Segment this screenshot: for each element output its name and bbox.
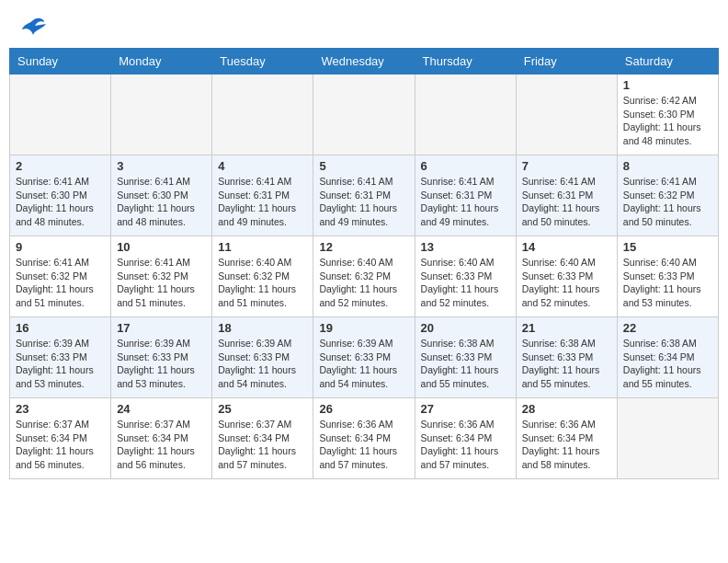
day-cell <box>415 75 516 155</box>
day-cell: 4Sunrise: 6:41 AMSunset: 6:31 PMDaylight… <box>212 155 313 236</box>
day-cell: 26Sunrise: 6:36 AMSunset: 6:34 PMDayligh… <box>313 398 415 479</box>
day-number: 25 <box>218 402 307 416</box>
day-info: Sunrise: 6:38 AMSunset: 6:34 PMDaylight:… <box>623 337 712 391</box>
day-number: 15 <box>623 240 712 254</box>
day-info: Sunrise: 6:41 AMSunset: 6:30 PMDaylight:… <box>117 175 206 229</box>
day-info: Sunrise: 6:37 AMSunset: 6:34 PMDaylight:… <box>218 418 307 472</box>
day-number: 5 <box>319 159 408 173</box>
day-number: 4 <box>218 159 307 173</box>
day-info: Sunrise: 6:40 AMSunset: 6:32 PMDaylight:… <box>218 256 307 310</box>
day-number: 26 <box>319 402 408 416</box>
day-info: Sunrise: 6:37 AMSunset: 6:34 PMDaylight:… <box>117 418 206 472</box>
day-number: 11 <box>218 240 307 254</box>
week-row-5: 23Sunrise: 6:37 AMSunset: 6:34 PMDayligh… <box>10 398 719 479</box>
weekday-thursday: Thursday <box>415 49 516 75</box>
week-row-3: 9Sunrise: 6:41 AMSunset: 6:32 PMDaylight… <box>10 236 719 317</box>
day-info: Sunrise: 6:40 AMSunset: 6:33 PMDaylight:… <box>421 256 510 310</box>
day-number: 1 <box>623 78 712 92</box>
day-number: 28 <box>522 402 611 416</box>
day-info: Sunrise: 6:38 AMSunset: 6:33 PMDaylight:… <box>421 337 510 391</box>
day-cell <box>516 75 617 155</box>
weekday-tuesday: Tuesday <box>212 49 313 75</box>
page: SundayMondayTuesdayWednesdayThursdayFrid… <box>0 0 728 488</box>
day-number: 16 <box>16 321 105 335</box>
day-cell: 1Sunrise: 6:42 AMSunset: 6:30 PMDaylight… <box>617 75 718 155</box>
day-cell: 25Sunrise: 6:37 AMSunset: 6:34 PMDayligh… <box>212 398 313 479</box>
day-number: 20 <box>421 321 510 335</box>
day-number: 17 <box>117 321 206 335</box>
day-cell: 6Sunrise: 6:41 AMSunset: 6:31 PMDaylight… <box>415 155 516 236</box>
day-cell <box>617 398 718 479</box>
day-info: Sunrise: 6:41 AMSunset: 6:30 PMDaylight:… <box>16 175 105 229</box>
day-info: Sunrise: 6:41 AMSunset: 6:32 PMDaylight:… <box>623 175 712 229</box>
day-cell: 12Sunrise: 6:40 AMSunset: 6:32 PMDayligh… <box>313 236 415 317</box>
day-cell: 15Sunrise: 6:40 AMSunset: 6:33 PMDayligh… <box>617 236 718 317</box>
day-cell: 22Sunrise: 6:38 AMSunset: 6:34 PMDayligh… <box>617 317 718 398</box>
day-info: Sunrise: 6:36 AMSunset: 6:34 PMDaylight:… <box>319 418 408 472</box>
day-cell: 18Sunrise: 6:39 AMSunset: 6:33 PMDayligh… <box>212 317 313 398</box>
day-info: Sunrise: 6:36 AMSunset: 6:34 PMDaylight:… <box>522 418 611 472</box>
day-cell: 2Sunrise: 6:41 AMSunset: 6:30 PMDaylight… <box>10 155 111 236</box>
day-number: 13 <box>421 240 510 254</box>
day-cell: 10Sunrise: 6:41 AMSunset: 6:32 PMDayligh… <box>111 236 212 317</box>
day-cell: 16Sunrise: 6:39 AMSunset: 6:33 PMDayligh… <box>10 317 111 398</box>
week-row-4: 16Sunrise: 6:39 AMSunset: 6:33 PMDayligh… <box>10 317 719 398</box>
day-number: 12 <box>319 240 408 254</box>
day-cell: 20Sunrise: 6:38 AMSunset: 6:33 PMDayligh… <box>415 317 516 398</box>
logo-text <box>18 15 46 40</box>
day-cell: 21Sunrise: 6:38 AMSunset: 6:33 PMDayligh… <box>516 317 617 398</box>
header <box>0 0 728 48</box>
weekday-sunday: Sunday <box>10 49 111 75</box>
day-cell: 11Sunrise: 6:40 AMSunset: 6:32 PMDayligh… <box>212 236 313 317</box>
day-info: Sunrise: 6:41 AMSunset: 6:32 PMDaylight:… <box>117 256 206 310</box>
day-info: Sunrise: 6:39 AMSunset: 6:33 PMDaylight:… <box>117 337 206 391</box>
day-cell: 27Sunrise: 6:36 AMSunset: 6:34 PMDayligh… <box>415 398 516 479</box>
logo <box>18 15 46 40</box>
calendar-wrapper: SundayMondayTuesdayWednesdayThursdayFrid… <box>0 48 728 488</box>
day-cell: 13Sunrise: 6:40 AMSunset: 6:33 PMDayligh… <box>415 236 516 317</box>
day-cell: 19Sunrise: 6:39 AMSunset: 6:33 PMDayligh… <box>313 317 415 398</box>
day-info: Sunrise: 6:39 AMSunset: 6:33 PMDaylight:… <box>319 337 408 391</box>
weekday-saturday: Saturday <box>617 49 718 75</box>
day-info: Sunrise: 6:40 AMSunset: 6:33 PMDaylight:… <box>522 256 611 310</box>
day-info: Sunrise: 6:38 AMSunset: 6:33 PMDaylight:… <box>522 337 611 391</box>
week-row-1: 1Sunrise: 6:42 AMSunset: 6:30 PMDaylight… <box>10 75 719 155</box>
day-info: Sunrise: 6:41 AMSunset: 6:31 PMDaylight:… <box>421 175 510 229</box>
weekday-friday: Friday <box>516 49 617 75</box>
day-number: 19 <box>319 321 408 335</box>
day-info: Sunrise: 6:37 AMSunset: 6:34 PMDaylight:… <box>16 418 105 472</box>
day-info: Sunrise: 6:36 AMSunset: 6:34 PMDaylight:… <box>421 418 510 472</box>
day-cell <box>212 75 313 155</box>
day-cell: 7Sunrise: 6:41 AMSunset: 6:31 PMDaylight… <box>516 155 617 236</box>
day-info: Sunrise: 6:40 AMSunset: 6:33 PMDaylight:… <box>623 256 712 310</box>
day-number: 6 <box>421 159 510 173</box>
day-info: Sunrise: 6:39 AMSunset: 6:33 PMDaylight:… <box>218 337 307 391</box>
day-info: Sunrise: 6:41 AMSunset: 6:31 PMDaylight:… <box>522 175 611 229</box>
week-row-2: 2Sunrise: 6:41 AMSunset: 6:30 PMDaylight… <box>10 155 719 236</box>
day-number: 7 <box>522 159 611 173</box>
day-number: 3 <box>117 159 206 173</box>
weekday-monday: Monday <box>111 49 212 75</box>
day-number: 24 <box>117 402 206 416</box>
day-cell <box>313 75 415 155</box>
day-number: 27 <box>421 402 510 416</box>
day-cell: 24Sunrise: 6:37 AMSunset: 6:34 PMDayligh… <box>111 398 212 479</box>
day-number: 8 <box>623 159 712 173</box>
day-cell: 8Sunrise: 6:41 AMSunset: 6:32 PMDaylight… <box>617 155 718 236</box>
day-cell: 3Sunrise: 6:41 AMSunset: 6:30 PMDaylight… <box>111 155 212 236</box>
day-info: Sunrise: 6:40 AMSunset: 6:32 PMDaylight:… <box>319 256 408 310</box>
day-info: Sunrise: 6:39 AMSunset: 6:33 PMDaylight:… <box>16 337 105 391</box>
day-info: Sunrise: 6:41 AMSunset: 6:31 PMDaylight:… <box>218 175 307 229</box>
day-cell: 28Sunrise: 6:36 AMSunset: 6:34 PMDayligh… <box>516 398 617 479</box>
day-number: 21 <box>522 321 611 335</box>
day-number: 18 <box>218 321 307 335</box>
day-number: 14 <box>522 240 611 254</box>
day-info: Sunrise: 6:42 AMSunset: 6:30 PMDaylight:… <box>623 94 712 148</box>
weekday-wednesday: Wednesday <box>313 49 415 75</box>
day-number: 10 <box>117 240 206 254</box>
day-cell: 17Sunrise: 6:39 AMSunset: 6:33 PMDayligh… <box>111 317 212 398</box>
day-cell: 9Sunrise: 6:41 AMSunset: 6:32 PMDaylight… <box>10 236 111 317</box>
calendar-table: SundayMondayTuesdayWednesdayThursdayFrid… <box>9 48 719 479</box>
weekday-header-row: SundayMondayTuesdayWednesdayThursdayFrid… <box>10 49 719 75</box>
day-number: 22 <box>623 321 712 335</box>
